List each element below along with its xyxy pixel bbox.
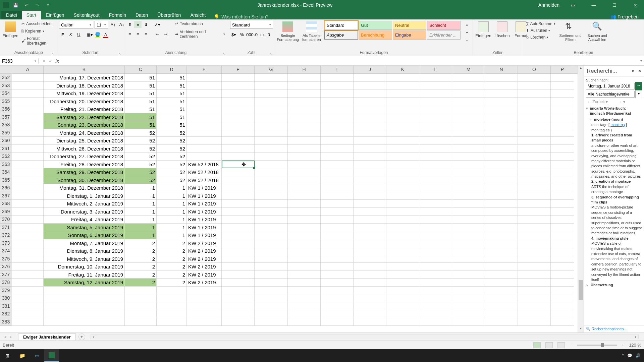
cell[interactable] [288,129,321,137]
name-box[interactable]: F363▾ [0,58,39,64]
comma-icon[interactable]: 000 [246,31,254,38]
cell[interactable] [386,231,419,239]
cell[interactable]: 2 [157,263,187,271]
row-header[interactable]: 353 [0,82,12,90]
cell[interactable]: 52 [157,129,187,137]
cell[interactable] [288,192,321,200]
column-header-H[interactable]: H [288,66,321,73]
cell[interactable] [288,294,321,302]
cell[interactable] [12,208,44,216]
row-header[interactable]: 378 [0,279,12,287]
cell[interactable] [452,279,485,287]
cell[interactable] [187,287,222,295]
row-header[interactable]: 367 [0,192,12,200]
cell[interactable] [321,231,354,239]
cell[interactable] [321,271,354,279]
cell[interactable] [288,82,321,90]
column-header-J[interactable]: J [354,66,386,73]
cell[interactable] [419,176,452,184]
align-bottom-icon[interactable]: ⬇ [142,21,150,28]
cell[interactable] [518,184,551,192]
cell[interactable] [321,200,354,208]
page-layout-view-icon[interactable] [545,342,553,348]
column-header-G[interactable]: G [255,66,288,73]
cell[interactable]: KW 1 / 2019 [187,224,222,232]
cell[interactable] [321,161,354,169]
cell[interactable] [255,263,288,271]
cell[interactable] [485,161,518,169]
cell[interactable] [518,153,551,161]
cell[interactable]: Montag, 17. Dezember 2018 [44,74,125,82]
cell[interactable] [419,74,452,82]
cell[interactable] [551,231,574,239]
cell[interactable] [354,310,386,318]
cell[interactable]: 52 [125,137,157,145]
cell[interactable]: KW 1 / 2019 [187,231,222,239]
cell[interactable] [288,239,321,247]
column-header-E[interactable]: E [187,66,222,73]
cell[interactable] [12,161,44,169]
cell[interactable] [518,302,551,310]
cell[interactable] [485,294,518,302]
align-left-icon[interactable]: ≡ [126,30,133,38]
style-neutral[interactable]: Neutral [393,21,426,30]
start-button[interactable]: ⊞ [0,349,15,362]
cell[interactable] [518,89,551,98]
cell[interactable] [288,287,321,295]
cell[interactable] [354,216,386,224]
cell[interactable] [551,294,574,302]
research-options-link[interactable]: 🔍 Rechercheoptionen... [586,327,627,331]
number-format-combo[interactable]: Standard▾ [230,21,273,29]
cell[interactable] [386,121,419,129]
cell[interactable] [354,255,386,263]
cell[interactable] [255,161,288,169]
cell[interactable] [518,105,551,113]
cell[interactable] [222,145,255,153]
cell[interactable] [551,184,574,192]
paste-button[interactable]: Einfügen [2,21,19,39]
cell[interactable]: 51 [157,98,187,106]
cell[interactable]: KW 52 / 2018 [187,176,222,184]
tray-chevron-icon[interactable]: ˄ [622,353,624,358]
cell[interactable]: KW 2 / 2019 [187,247,222,255]
cell[interactable] [551,74,574,82]
cell[interactable] [419,129,452,137]
cell[interactable] [288,310,321,318]
tab-review[interactable]: Überprüfen [153,11,185,19]
cell[interactable] [452,208,485,216]
cell[interactable] [44,294,125,302]
cell[interactable] [419,98,452,106]
cell[interactable] [187,137,222,145]
cell[interactable] [485,200,518,208]
cell[interactable] [419,231,452,239]
column-header-C[interactable]: C [125,66,157,73]
copy-button[interactable]: ⎘Kopieren ▾ [21,28,55,34]
cell[interactable] [354,263,386,271]
column-header-A[interactable]: A [12,66,44,73]
cell[interactable] [485,129,518,137]
cell[interactable] [222,216,255,224]
select-all-corner[interactable] [0,66,12,73]
scroll-up-icon[interactable]: ▴ [578,66,584,72]
cell[interactable] [485,168,518,176]
cell[interactable] [222,153,255,161]
cell[interactable] [354,231,386,239]
cell[interactable] [288,247,321,255]
cell[interactable] [551,310,574,318]
cell[interactable] [321,121,354,129]
row-header[interactable]: 374 [0,247,12,255]
cell[interactable] [485,318,518,326]
cell[interactable] [551,247,574,255]
research-search-input[interactable]: Montag, 1. Januar 2018 [586,83,635,89]
cell[interactable] [485,82,518,90]
cell[interactable] [255,176,288,184]
cell[interactable] [386,145,419,153]
cell[interactable] [288,176,321,184]
cell[interactable]: 1 [125,192,157,200]
cell[interactable] [321,192,354,200]
row-header[interactable]: 363 [0,161,12,169]
cell[interactable] [354,153,386,161]
cell[interactable]: 2 [157,247,187,255]
dropdown-icon[interactable]: ▼ [631,69,635,73]
cell[interactable] [452,263,485,271]
